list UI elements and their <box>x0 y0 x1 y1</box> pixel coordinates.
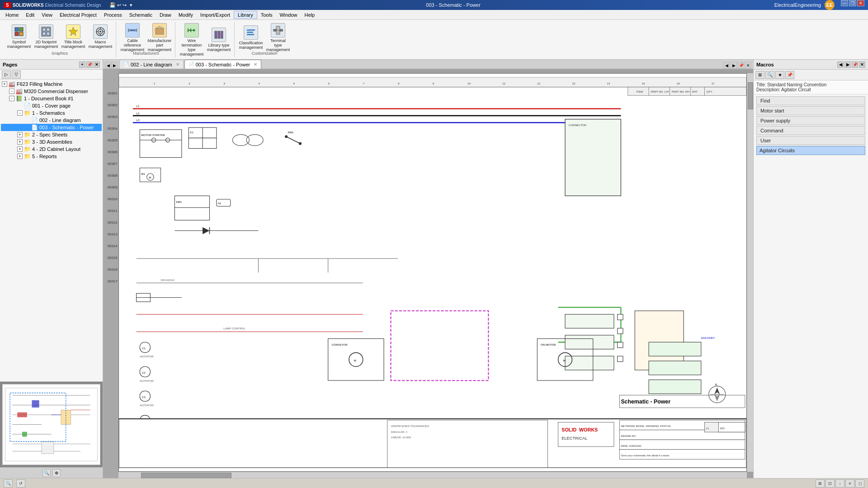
menu-process[interactable]: Process <box>100 11 126 19</box>
qa-redo-icon[interactable]: ↪ <box>123 2 127 8</box>
status-btn-1[interactable]: 🔍 <box>4 479 13 488</box>
macros-tool-search[interactable]: 🔍 <box>765 71 774 79</box>
macros-arrow-left[interactable]: ◀ <box>837 61 844 68</box>
tree-item-spec[interactable]: + 📁 2 - Spec Sheets <box>1 131 102 138</box>
macro-user-btn[interactable]: User <box>756 136 865 145</box>
tab-nav-close-panel[interactable]: ✕ <box>745 62 751 69</box>
macro-motor-start-btn[interactable]: Motor start <box>756 106 865 115</box>
tree-expand-2d[interactable]: + <box>17 146 23 152</box>
h-scrollbar[interactable] <box>118 472 747 478</box>
thumb-zoom-in[interactable]: 🔍 <box>42 469 51 477</box>
v-scroll-thumb[interactable] <box>748 82 753 109</box>
status-grid-btn[interactable]: ⊞ <box>816 479 825 488</box>
svg-text:7: 7 <box>363 82 365 85</box>
tree-item-3d[interactable]: + 📁 3 - 3D Assemblies <box>1 138 102 145</box>
pages-tool-expand[interactable]: ▷ <box>2 70 11 79</box>
user-workspace[interactable]: ElectricalEngineering <box>774 2 821 8</box>
tab-arrow-left[interactable]: ◀ <box>105 62 111 69</box>
tree-item-f623[interactable]: + 🏭 F623 Filling Machine <box>1 80 102 88</box>
svg-text:2: 2 <box>189 82 190 85</box>
tree-item-m320[interactable]: - 🏭 M320 Commercial Dispenser <box>1 88 102 95</box>
macro-agitator-btn[interactable]: Agitator Circuits <box>756 146 865 155</box>
title-block-button[interactable]: Title block management <box>61 23 86 50</box>
tree-item-line-diag[interactable]: 📄 002 - Line diagram <box>1 117 102 124</box>
tree-expand-doc1[interactable]: - <box>9 96 14 101</box>
schematic-area[interactable]: 00301 00302 00303 00304 00305 00306 0030… <box>103 70 753 478</box>
tab-nav-next[interactable]: ▶ <box>731 62 737 69</box>
tree-item-sch-power[interactable]: 📄 003 - Schematic - Power <box>1 124 102 131</box>
tree-expand-3d[interactable]: + <box>17 139 23 145</box>
tree-item-schematics[interactable]: - 📁 1 - Schematics <box>1 109 102 117</box>
close-button[interactable]: ✕ <box>857 0 864 6</box>
pages-close-btn[interactable]: ✕ <box>94 61 100 68</box>
menu-modify[interactable]: Modify <box>175 11 197 19</box>
symbol-management-button[interactable]: Symbol management <box>6 23 32 50</box>
tab-arrow-right[interactable]: ▶ <box>111 62 118 69</box>
2d-footprint-button[interactable]: 2D footprint management <box>33 23 59 50</box>
thumb-fit[interactable]: ⊕ <box>52 469 61 477</box>
tree-expand-schematics[interactable]: - <box>17 110 23 116</box>
tree-item-doc1[interactable]: - 📗 1 - Document Book #1 <box>1 95 102 102</box>
tab-power-close[interactable]: ✕ <box>254 62 257 67</box>
schematic-paper[interactable]: .sch-label { font-size: 5px; font-family… <box>118 73 747 472</box>
h-scroll-thumb[interactable] <box>141 473 231 478</box>
tree-expand-spec[interactable]: + <box>17 132 23 137</box>
menu-library[interactable]: Library <box>234 11 257 19</box>
macros-tool-grid[interactable]: ⊞ <box>755 71 764 79</box>
tree-item-cover[interactable]: 📄 001 - Cover page <box>1 102 102 109</box>
qa-undo-icon[interactable]: ↩ <box>117 2 121 8</box>
macros-tool-star[interactable]: ★ <box>775 71 784 79</box>
tree-expand-f623[interactable]: + <box>2 81 7 87</box>
status-list-btn[interactable]: ≡ <box>845 479 854 488</box>
schematic-canvas-wrapper[interactable]: .sch-label { font-size: 5px; font-family… <box>118 70 753 478</box>
status-arrow-btn[interactable]: ↓ <box>835 479 844 488</box>
cable-reference-button[interactable]: Cable reference management <box>120 22 145 53</box>
minimize-button[interactable]: — <box>841 0 848 6</box>
tab-nav-prev[interactable]: ◀ <box>723 62 730 69</box>
status-fit-btn[interactable]: ⊡ <box>826 479 835 488</box>
tab-sch-power[interactable]: 📄 003 - Schematic - Power ✕ <box>184 60 261 69</box>
macros-close[interactable]: ✕ <box>859 61 865 68</box>
status-btn-2[interactable]: ↺ <box>16 479 25 488</box>
tab-line-diagram[interactable]: 📄 002 - Line diagram ✕ <box>119 60 184 69</box>
menu-draw[interactable]: Draw <box>156 11 175 19</box>
macros-pin[interactable]: 📌 <box>852 61 858 68</box>
macro-mgmt-button[interactable]: Macro management <box>88 23 113 50</box>
classification-button[interactable]: Classification management <box>238 24 264 51</box>
tree-item-reports[interactable]: + 📁 5 - Reports <box>1 153 102 160</box>
menu-home[interactable]: Home <box>2 11 22 19</box>
macros-tool-pin2[interactable]: 📌 <box>785 71 794 79</box>
svg-text:17: 17 <box>712 82 715 85</box>
library-type-button[interactable]: Library type management <box>206 26 231 53</box>
qa-save-icon[interactable]: 💾 <box>109 2 116 8</box>
tree-expand-m320[interactable]: - <box>9 89 14 94</box>
pages-new-btn[interactable]: + <box>79 61 85 68</box>
terminal-type-button[interactable]: Terminal type management <box>265 22 291 53</box>
menu-edit[interactable]: Edit <box>22 11 38 19</box>
svg-rect-124 <box>565 314 614 328</box>
tree-icon-spec: 📁 <box>24 131 31 138</box>
menu-import-export[interactable]: Import/Export <box>197 11 234 19</box>
restore-button[interactable]: ❐ <box>849 0 856 6</box>
macro-command-btn[interactable]: Command <box>756 126 865 135</box>
tree-item-2d-cabinet[interactable]: + 📁 4 - 2D Cabinet Layout <box>1 145 102 153</box>
pages-tool-collapse[interactable]: ▽ <box>12 70 21 79</box>
mfr-part-button[interactable]: Manufacturer part management <box>147 22 172 53</box>
macros-arrow-right[interactable]: ▶ <box>844 61 851 68</box>
menu-tools[interactable]: Tools <box>257 11 276 19</box>
row-00305: 00305 <box>103 138 118 143</box>
macro-find-btn[interactable]: Find <box>756 96 865 105</box>
v-scrollbar[interactable] <box>747 73 753 472</box>
tab-bar: ◀ ▶ 📄 002 - Line diagram ✕ 📄 003 - Schem… <box>103 60 753 70</box>
pages-pin-btn[interactable]: 📌 <box>86 61 93 68</box>
menu-window[interactable]: Window <box>276 11 301 19</box>
tree-expand-reports[interactable]: + <box>17 154 23 159</box>
tab-nav-pin[interactable]: 📌 <box>738 62 744 69</box>
menu-electrical-project[interactable]: Electrical Project <box>56 11 100 19</box>
menu-schematic[interactable]: Schematic <box>126 11 156 19</box>
user-avatar[interactable]: EE <box>825 0 835 10</box>
menu-view[interactable]: View <box>38 11 56 19</box>
menu-help[interactable]: Help <box>301 11 319 19</box>
macro-power-supply-btn[interactable]: Power supply <box>756 116 865 125</box>
status-last-btn[interactable]: ◻ <box>855 479 864 488</box>
